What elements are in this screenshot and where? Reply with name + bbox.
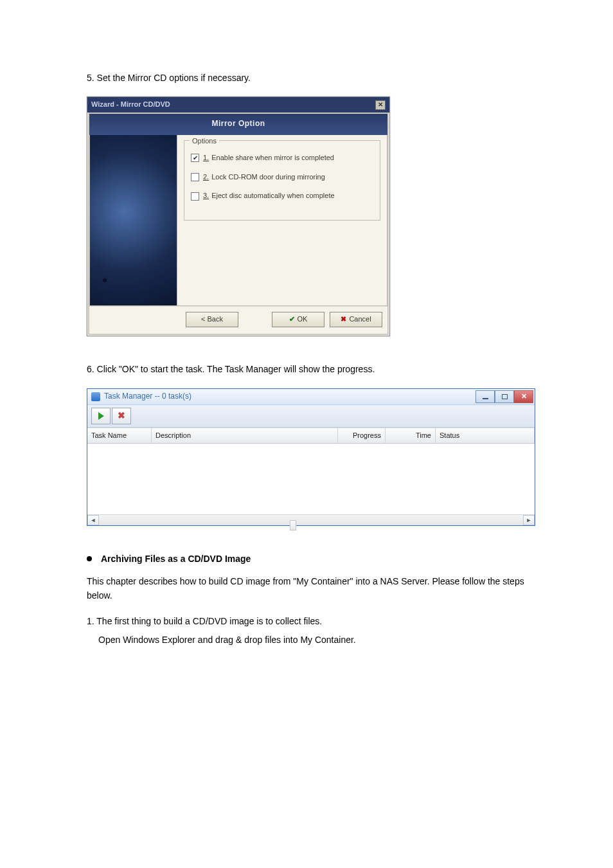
opt2-num: 2.	[203, 172, 209, 183]
wizard-side-image	[90, 135, 177, 305]
checkbox-lock-door[interactable]	[191, 173, 199, 181]
col-status[interactable]: Status	[436, 428, 535, 444]
cancel-button[interactable]: ✖ Cancel	[330, 312, 382, 327]
options-legend: Options	[190, 136, 219, 147]
col-progress[interactable]: Progress	[338, 428, 386, 444]
option-row-2: 2. Lock CD-ROM door during mirroring	[191, 172, 373, 183]
scroll-thumb[interactable]	[290, 520, 296, 530]
col-task-name[interactable]: Task Name	[87, 428, 152, 444]
wizard-titlebar: Wizard - Mirror CD/DVD ✕	[87, 97, 389, 113]
checkbox-eject-disc[interactable]	[191, 192, 199, 201]
ok-button[interactable]: ✔ OK	[272, 312, 324, 327]
step-collect: 1. The first thing to build a CD/DVD ima…	[87, 614, 526, 628]
play-button[interactable]	[91, 408, 111, 424]
x-icon: ✖	[341, 314, 346, 325]
scroll-right-icon[interactable]: ►	[523, 515, 535, 525]
wizard-close-button[interactable]: ✕	[375, 100, 386, 110]
bullet-icon	[87, 556, 92, 561]
chapter-desc: This chapter describes how to build CD i…	[87, 574, 526, 603]
ok-label: OK	[298, 314, 308, 325]
bullet-text: Archiving Files as a CD/DVD Image	[101, 552, 251, 566]
tm-app-icon	[91, 392, 100, 401]
task-manager-window: Task Manager -- 0 task(s) ✕ ✖ Task Name …	[87, 388, 535, 527]
opt2-label: Lock CD-ROM door during mirroring	[211, 172, 325, 183]
tm-column-header: Task Name Description Progress Time Stat…	[87, 428, 535, 444]
delete-button[interactable]: ✖	[112, 408, 131, 424]
tm-hscrollbar[interactable]: ◄ ►	[87, 514, 535, 525]
option-row-3: 3. Eject disc automatically when complet…	[191, 190, 373, 202]
back-label: < Back	[201, 314, 223, 325]
close-button[interactable]: ✕	[514, 390, 533, 403]
bullet-heading: Archiving Files as a CD/DVD Image	[87, 552, 526, 566]
tm-list-body	[87, 444, 535, 514]
opt3-num: 3.	[203, 190, 209, 202]
scroll-left-icon[interactable]: ◄	[87, 515, 99, 525]
tm-toolbar: ✖	[87, 405, 535, 428]
tm-titlebar: Task Manager -- 0 task(s) ✕	[87, 389, 535, 405]
delete-icon: ✖	[118, 408, 125, 422]
opt1-label: Enable share when mirror is completed	[211, 152, 334, 164]
step5-text: 5. Set the Mirror CD options if necessar…	[87, 71, 526, 85]
wizard-dialog: Wizard - Mirror CD/DVD ✕ Mirror Option O…	[87, 96, 390, 336]
col-description[interactable]: Description	[152, 428, 338, 444]
step6-text: 6. Click "OK" to start the task. The Tas…	[87, 362, 526, 376]
maximize-button[interactable]	[495, 390, 514, 403]
col-time[interactable]: Time	[386, 428, 436, 444]
back-button[interactable]: < Back	[186, 312, 238, 327]
minimize-button[interactable]	[475, 390, 495, 403]
cancel-label: Cancel	[349, 314, 371, 325]
play-icon	[98, 412, 104, 420]
options-group: Options ✔ 1. Enable share when mirror is…	[184, 140, 380, 221]
opt1-num: 1.	[203, 152, 209, 164]
check-icon: ✔	[289, 314, 295, 325]
wizard-title: Wizard - Mirror CD/DVD	[91, 99, 170, 111]
wizard-banner: Mirror Option	[89, 114, 387, 135]
opt3-label: Eject disc automatically when complete	[211, 190, 334, 202]
tm-title-text: Task Manager -- 0 task(s)	[104, 390, 191, 402]
option-row-1: ✔ 1. Enable share when mirror is complet…	[191, 152, 373, 164]
checkbox-enable-share[interactable]: ✔	[191, 154, 199, 162]
step-collect-detail: Open Windows Explorer and drag & drop fi…	[87, 633, 526, 647]
